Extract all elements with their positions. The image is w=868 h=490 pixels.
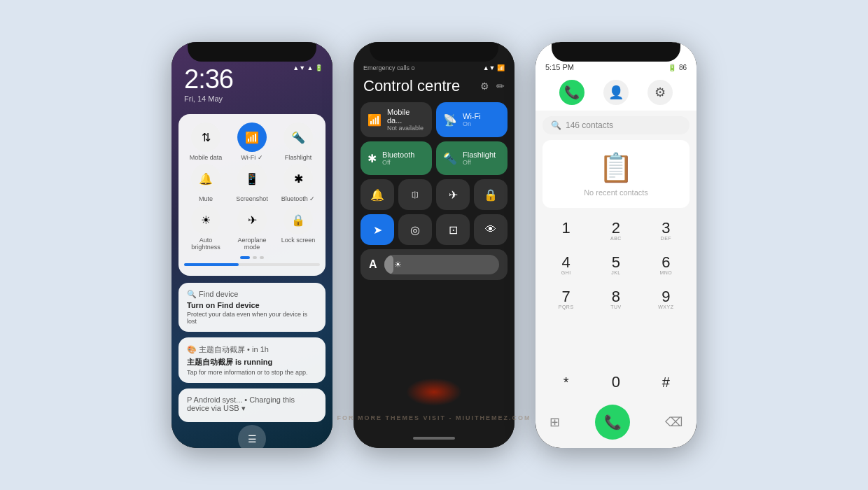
toggle-bluetooth[interactable]: ✱ Bluetooth ✓ xyxy=(276,164,320,202)
toggle-airplane[interactable]: ✈ Aeroplane mode xyxy=(230,205,274,251)
mobile-data-icon: ⇅ xyxy=(191,122,220,152)
key-0[interactable]: 0 xyxy=(592,369,639,396)
brightness-icon: ☀ xyxy=(191,205,220,234)
key-9-num: 9 xyxy=(662,289,670,304)
find-device-icon: 🔍 Find device xyxy=(187,290,317,299)
settings-action-btn[interactable]: ⚙ xyxy=(648,80,673,105)
pager-dots xyxy=(184,256,320,259)
key-6-num: 6 xyxy=(662,255,670,270)
a-button[interactable]: A xyxy=(369,258,377,271)
phone2-title-row: Control centre ⚙ ✏ xyxy=(354,74,514,102)
phone2-status: Emergency calls o ▲▼ 📶 xyxy=(354,42,514,74)
flashlight-icon: 🔦 xyxy=(284,122,313,152)
airplane-icon: ✈ xyxy=(237,205,267,234)
key-4[interactable]: 4 GHI xyxy=(542,249,589,281)
key-3-num: 3 xyxy=(662,220,670,236)
screenshot-icon: 📱 xyxy=(237,164,267,193)
toggle-wifi[interactable]: 📶 Wi-Fi ✓ xyxy=(230,122,274,161)
bluetooth-tile-sub: Off xyxy=(382,159,414,166)
flashlight-tile-info: Flashlight Off xyxy=(463,150,496,166)
phone1-bottom: ☰ xyxy=(172,425,332,448)
key-8[interactable]: 8 TUV xyxy=(592,284,639,315)
brightness-label: Auto brightness xyxy=(184,237,227,251)
phone-1: 2:36 Fri, 14 May ▲▼ ▲ 🔋 ⇅ Mobile data 📶 … xyxy=(172,42,332,448)
theme-icon: 🎨 主题自动截屏 • in 1h xyxy=(187,344,317,355)
bluetooth-tile-info: Bluetooth Off xyxy=(382,150,414,166)
bluetooth-tile-icon: ✱ xyxy=(368,152,377,165)
contacts-search[interactable]: 🔍 146 contacts xyxy=(542,116,690,134)
home-button[interactable]: ☰ xyxy=(238,425,266,448)
key-9[interactable]: 9 WXYZ xyxy=(643,284,690,315)
key-star[interactable]: * xyxy=(542,369,589,396)
call-button[interactable]: 📞 xyxy=(595,405,630,440)
android-icon: P Android syst... • Charging this device… xyxy=(187,396,317,413)
key-1-num: 1 xyxy=(562,220,570,236)
notif-android[interactable]: P Android syst... • Charging this device… xyxy=(178,388,326,422)
theme-body: Tap for more information or to stop the … xyxy=(187,369,317,376)
toggle-screenshot[interactable]: 📱 Screenshot xyxy=(230,164,274,202)
key-5[interactable]: 5 JKL xyxy=(592,249,639,281)
search-icon: 🔍 xyxy=(551,120,561,130)
notif-find-device[interactable]: 🔍 Find device Turn on Find device Protec… xyxy=(178,283,326,332)
dot-2 xyxy=(253,256,257,259)
key-6[interactable]: 6 MNO xyxy=(643,249,690,281)
contacts-action-btn[interactable]: 👤 xyxy=(603,80,629,105)
toggle-mobile-data[interactable]: ⇅ Mobile data xyxy=(184,122,227,161)
screenshot-btn[interactable]: ⎅ xyxy=(398,179,432,210)
phone3-time: 5:15 PM xyxy=(545,63,574,71)
settings-icon[interactable]: ⚙ xyxy=(480,80,489,92)
bluetooth-label: Bluetooth ✓ xyxy=(281,195,316,202)
toggle-mute[interactable]: 🔔 Mute xyxy=(184,164,227,202)
airplane-btn[interactable]: ✈ xyxy=(436,179,470,210)
flashlight-tile-icon: 🔦 xyxy=(443,152,457,165)
signal-icons: ▲▼ 📶 xyxy=(483,64,505,71)
notif-theme[interactable]: 🎨 主题自动截屏 • in 1h 主题自动截屏 is running Tap f… xyxy=(178,337,326,383)
flashlight-tile[interactable]: 🔦 Flashlight Off xyxy=(436,141,507,175)
expand-btn[interactable]: ⊡ xyxy=(436,214,470,245)
notification-btn[interactable]: 🔔 xyxy=(360,179,394,210)
no-contacts-text: No recent contacts xyxy=(584,188,648,197)
keypad-btn[interactable]: ⊞ xyxy=(550,414,560,430)
key-5-letters: JKL xyxy=(611,270,621,275)
wifi-tile[interactable]: 📡 Wi-Fi On xyxy=(436,102,507,137)
toggle-brightness[interactable]: ☀ Auto brightness xyxy=(184,205,227,251)
phone1-screen: 2:36 Fri, 14 May ▲▼ ▲ 🔋 ⇅ Mobile data 📶 … xyxy=(172,42,332,448)
mobile-data-tile[interactable]: 📶 Mobile da... Not available xyxy=(360,102,432,137)
key-2[interactable]: 2 ABC xyxy=(592,215,639,246)
brightness-fill-2 xyxy=(384,255,393,274)
location-btn[interactable]: ➤ xyxy=(360,214,394,245)
key-9-letters: WXYZ xyxy=(658,304,673,309)
toggle-flashlight[interactable]: 🔦 Flashlight xyxy=(276,122,320,161)
icon-row-1: 🔔 ⎅ ✈ 🔒 xyxy=(354,179,514,210)
phone3-status-icons: 🔋 86 xyxy=(668,64,687,71)
airplane-label: Aeroplane mode xyxy=(230,237,274,251)
phone-action-btn[interactable]: 📞 xyxy=(559,80,584,105)
mute-icon: 🔔 xyxy=(191,164,220,193)
icon-row-2: ➤ ◎ ⊡ 👁 xyxy=(354,214,514,245)
bluetooth-tile[interactable]: ✱ Bluetooth Off xyxy=(360,141,432,175)
backspace-btn[interactable]: ⌫ xyxy=(665,414,682,430)
key-5-num: 5 xyxy=(612,255,620,270)
phone3-action-row: 📞 👤 ⚙ xyxy=(536,74,696,111)
red-glow xyxy=(406,378,462,406)
theme-title: 主题自动截屏 is running xyxy=(187,357,317,368)
toggle-lockscreen[interactable]: 🔒 Lock screen xyxy=(276,205,320,251)
brightness-slider-2[interactable]: ☀ xyxy=(384,255,499,274)
bluetooth-tile-name: Bluetooth xyxy=(382,150,414,159)
key-3[interactable]: 3 DEF xyxy=(643,215,690,246)
dot-1 xyxy=(240,256,250,259)
key-1[interactable]: 1 xyxy=(542,215,589,246)
lock-btn[interactable]: 🔒 xyxy=(474,179,507,210)
edit-icon[interactable]: ✏ xyxy=(496,80,505,92)
key-7[interactable]: 7 PQRS xyxy=(542,284,589,315)
control-centre-title: Control centre xyxy=(363,77,460,95)
phone-3: 5:15 PM 🔋 86 📞 👤 ⚙ 🔍 146 contacts 📋 No r… xyxy=(536,42,696,448)
brightness-slider[interactable] xyxy=(184,263,320,266)
key-hash[interactable]: # xyxy=(643,369,690,396)
eye-btn[interactable]: 👁 xyxy=(474,214,507,245)
mobile-data-tile-sub: Not available xyxy=(387,125,425,132)
focus-btn[interactable]: ◎ xyxy=(398,214,432,245)
battery-icon: 🔋 xyxy=(668,64,676,71)
phone1-status: ▲▼ ▲ 🔋 xyxy=(293,64,323,71)
search-placeholder: 146 contacts xyxy=(566,120,613,130)
